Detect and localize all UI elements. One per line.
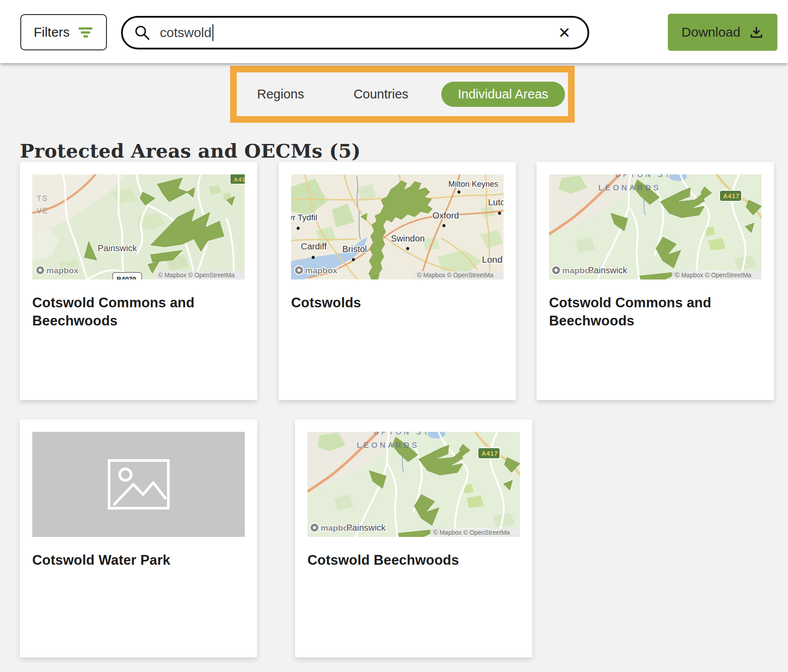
top-bar: Filters cotswold ✕ Download [0, 0, 788, 63]
road-badge-a417: A417 [230, 174, 245, 184]
road-badge-a417: A417 [720, 190, 742, 201]
map-label-district: LEONARDS [599, 184, 661, 192]
map-thumbnail: TS VE Painswick A417 B4070 mapbox © Mapb… [32, 174, 245, 279]
download-button[interactable]: Download [668, 14, 777, 51]
filters-label: Filters [34, 25, 70, 40]
map-label-district: LEONARDS [357, 441, 420, 449]
filter-icon [78, 26, 94, 38]
card-title: Cotswold Beechwoods [307, 551, 520, 569]
search-value: cotswold [160, 24, 557, 41]
map-attribution: © Mapbox © OpenStreetMa [414, 271, 504, 279]
mapbox-logo: mapbox [295, 266, 337, 275]
scope-tabs: Regions Countries Individual Areas [237, 82, 568, 107]
search-input[interactable]: cotswold ✕ [121, 16, 589, 49]
svg-text:© Mapbox © OpenStreetMa: © Mapbox © OpenStreetMa [417, 272, 493, 279]
tab-individual-areas[interactable]: Individual Areas [441, 82, 565, 107]
card-title: Cotswolds [291, 294, 504, 312]
map-label-district-cut: UPTON ST [374, 432, 431, 436]
result-card-cotswold-water-park[interactable]: Cotswold Water Park [20, 419, 257, 657]
map-label-swindon: Swindon [391, 234, 425, 243]
road-badge-a417: A417 [478, 448, 500, 459]
svg-text:A417: A417 [723, 193, 739, 200]
map-label-london: Lond [482, 254, 503, 264]
map-thumbnail: UPTON ST LEONARDS A417 mapbox Painswick … [549, 174, 761, 279]
svg-text:B4070: B4070 [117, 275, 136, 279]
page-title: Protected Areas and OECMs (5) [20, 140, 361, 162]
download-label: Download [682, 25, 740, 40]
svg-text:© Mapbox © OpenStreetMa: © Mapbox © OpenStreetMa [433, 529, 510, 536]
card-title: Cotswold Water Park [32, 551, 245, 569]
result-card-cotswold-beechwoods[interactable]: UPTON ST LEONARDS A417 mapbox Painswick … [295, 419, 532, 657]
result-card-cotswold-commons-1[interactable]: TS VE Painswick A417 B4070 mapbox © Mapb… [20, 162, 257, 400]
map-label-edge-1: TS [37, 194, 48, 203]
map-attribution: © Mapbox © OpenStreetMa [672, 271, 761, 279]
map-label-edge-2: VE [37, 207, 49, 215]
svg-text:© Mapbox © OpenStreetMa: © Mapbox © OpenStreetMa [158, 272, 235, 279]
card-title: Cotswold Commons and Beechwoods [549, 294, 761, 330]
mapbox-logo: mapbox [36, 266, 79, 275]
tabs-highlight-box: Regions Countries Individual Areas [230, 66, 575, 123]
text-caret [212, 24, 213, 41]
svg-text:A417: A417 [481, 450, 498, 457]
road-badge-b4070: B4070 [113, 272, 142, 279]
svg-text:© Mapbox © OpenStreetMa: © Mapbox © OpenStreetMa [675, 272, 751, 279]
result-card-cotswold-commons-2[interactable]: UPTON ST LEONARDS A417 mapbox Painswick … [537, 162, 774, 400]
map-label-painswick: Painswick [98, 243, 137, 253]
map-label-bristol: Bristol [342, 244, 367, 254]
map-thumbnail: yr Tydfil Cardiff Bristol Swindon Oxford… [291, 174, 504, 279]
result-card-cotswolds[interactable]: yr Tydfil Cardiff Bristol Swindon Oxford… [279, 162, 516, 400]
tab-regions[interactable]: Regions [257, 87, 304, 102]
map-label-milton-keynes: Milton Keynes [448, 180, 498, 189]
map-thumbnail: UPTON ST LEONARDS A417 mapbox Painswick … [307, 432, 520, 537]
clear-search-button[interactable]: ✕ [557, 25, 573, 40]
svg-text:mapbox: mapbox [46, 266, 79, 275]
filters-button[interactable]: Filters [20, 14, 107, 50]
map-label-luton: Luto [488, 197, 504, 207]
download-icon [749, 25, 764, 40]
map-label-cardiff: Cardiff [301, 242, 327, 251]
map-attribution: © Mapbox © OpenStreetMa [155, 271, 245, 279]
search-icon [134, 25, 150, 41]
map-attribution: © Mapbox © OpenStreetMa [430, 529, 520, 537]
map-label-painswick: Painswick [346, 523, 386, 532]
svg-text:A417: A417 [234, 176, 245, 183]
image-placeholder [32, 432, 245, 537]
image-placeholder-icon [108, 459, 170, 510]
map-label-merthyr: yr Tydfil [291, 213, 317, 222]
svg-text:mapbox: mapbox [305, 266, 337, 275]
map-label-painswick: Painswick [588, 265, 628, 275]
map-label-oxford: Oxford [432, 211, 459, 220]
card-title: Cotswold Commons and Beechwoods [32, 294, 245, 330]
map-label-district-cut: UPTON ST [615, 174, 672, 178]
tab-countries[interactable]: Countries [353, 87, 408, 102]
